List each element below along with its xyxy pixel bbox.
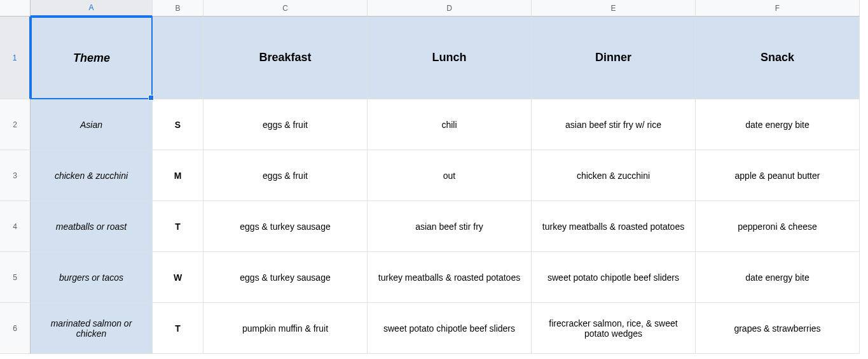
col-header-a[interactable]: A — [31, 0, 153, 17]
row-header-1[interactable]: 1 — [0, 17, 31, 99]
cell-f4[interactable]: pepperoni & cheese — [696, 201, 860, 252]
cell-a3[interactable]: chicken & zucchini — [31, 150, 153, 201]
cell-f2[interactable]: date energy bite — [696, 99, 860, 150]
row-header-5[interactable]: 5 — [0, 252, 31, 303]
cell-d1[interactable]: Lunch — [368, 17, 532, 99]
cell-e5[interactable]: sweet potato chipotle beef sliders — [532, 252, 696, 303]
cell-b1[interactable] — [153, 17, 203, 99]
cell-f3[interactable]: apple & peanut butter — [696, 150, 860, 201]
cell-f1[interactable]: Snack — [696, 17, 860, 99]
cell-f6[interactable]: grapes & strawberries — [696, 303, 860, 354]
cell-c1[interactable]: Breakfast — [203, 17, 368, 99]
spreadsheet: A B C D E F 1 Theme Breakfast Lunch Dinn… — [0, 0, 868, 354]
cell-c3[interactable]: eggs & fruit — [203, 150, 368, 201]
col-header-b[interactable]: B — [153, 0, 203, 17]
cell-e4[interactable]: turkey meatballs & roasted potatoes — [532, 201, 696, 252]
cell-c4[interactable]: eggs & turkey sausage — [203, 201, 368, 252]
cell-c5[interactable]: eggs & turkey sausage — [203, 252, 368, 303]
cell-f5[interactable]: date energy bite — [696, 252, 860, 303]
cell-c6[interactable]: pumpkin muffin & fruit — [203, 303, 368, 354]
cell-a4[interactable]: meatballs or roast — [31, 201, 153, 252]
cell-d5[interactable]: turkey meatballs & roasted potatoes — [368, 252, 532, 303]
cell-a2[interactable]: Asian — [31, 99, 153, 150]
cell-a6[interactable]: marinated salmon or chicken — [31, 303, 153, 354]
cell-d6[interactable]: sweet potato chipotle beef sliders — [368, 303, 532, 354]
cell-e1[interactable]: Dinner — [532, 17, 696, 99]
col-header-e[interactable]: E — [532, 0, 696, 17]
cell-d3[interactable]: out — [368, 150, 532, 201]
cell-d2[interactable]: chili — [368, 99, 532, 150]
row-header-2[interactable]: 2 — [0, 99, 31, 150]
cell-e3[interactable]: chicken & zucchini — [532, 150, 696, 201]
cell-e6[interactable]: firecracker salmon, rice, & sweet potato… — [532, 303, 696, 354]
corner-cell[interactable] — [0, 0, 31, 17]
col-header-d[interactable]: D — [368, 0, 532, 17]
cell-b4[interactable]: T — [153, 201, 203, 252]
row-header-4[interactable]: 4 — [0, 201, 31, 252]
col-header-c[interactable]: C — [203, 0, 368, 17]
cell-b5[interactable]: W — [153, 252, 203, 303]
cell-a1[interactable]: Theme — [31, 17, 153, 99]
cell-e2[interactable]: asian beef stir fry w/ rice — [532, 99, 696, 150]
row-header-3[interactable]: 3 — [0, 150, 31, 201]
cell-c2[interactable]: eggs & fruit — [203, 99, 368, 150]
cell-b3[interactable]: M — [153, 150, 203, 201]
row-header-6[interactable]: 6 — [0, 303, 31, 354]
cell-d4[interactable]: asian beef stir fry — [368, 201, 532, 252]
cell-b6[interactable]: T — [153, 303, 203, 354]
cell-b2[interactable]: S — [153, 99, 203, 150]
cell-a5[interactable]: burgers or tacos — [31, 252, 153, 303]
col-header-f[interactable]: F — [696, 0, 860, 17]
